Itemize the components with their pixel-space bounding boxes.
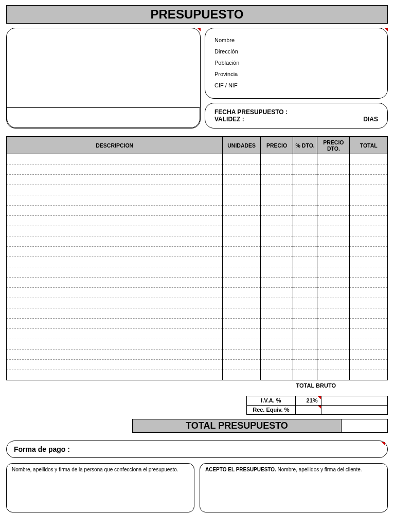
table-row[interactable] — [7, 247, 388, 257]
company-footer-field[interactable] — [7, 107, 200, 128]
table-cell[interactable] — [293, 267, 317, 278]
table-cell[interactable] — [223, 278, 261, 288]
table-cell[interactable] — [260, 185, 293, 195]
table-cell[interactable] — [260, 236, 293, 247]
table-cell[interactable] — [293, 360, 317, 370]
table-cell[interactable] — [7, 216, 223, 226]
table-cell[interactable] — [260, 164, 293, 175]
table-cell[interactable] — [293, 278, 317, 288]
table-cell[interactable] — [317, 164, 350, 175]
table-cell[interactable] — [317, 185, 350, 195]
table-cell[interactable] — [223, 288, 261, 298]
table-cell[interactable] — [223, 360, 261, 370]
table-cell[interactable] — [7, 154, 223, 164]
table-cell[interactable] — [317, 308, 350, 319]
table-cell[interactable] — [223, 164, 261, 175]
table-row[interactable] — [7, 206, 388, 216]
table-cell[interactable] — [260, 288, 293, 298]
table-cell[interactable] — [260, 370, 293, 380]
table-cell[interactable] — [7, 329, 223, 339]
table-cell[interactable] — [7, 319, 223, 329]
table-cell[interactable] — [223, 370, 261, 380]
table-cell[interactable] — [350, 226, 388, 236]
table-row[interactable] — [7, 350, 388, 360]
table-cell[interactable] — [317, 339, 350, 350]
table-cell[interactable] — [317, 236, 350, 247]
table-cell[interactable] — [350, 216, 388, 226]
table-row[interactable] — [7, 257, 388, 267]
table-cell[interactable] — [350, 370, 388, 380]
table-cell[interactable] — [223, 154, 261, 164]
table-cell[interactable] — [350, 360, 388, 370]
table-cell[interactable] — [293, 298, 317, 308]
table-cell[interactable] — [293, 206, 317, 216]
table-cell[interactable] — [350, 267, 388, 278]
table-cell[interactable] — [260, 339, 293, 350]
table-row[interactable] — [7, 154, 388, 164]
table-cell[interactable] — [260, 175, 293, 185]
table-cell[interactable] — [223, 319, 261, 329]
table-cell[interactable] — [350, 319, 388, 329]
table-cell[interactable] — [293, 288, 317, 298]
table-cell[interactable] — [350, 185, 388, 195]
table-row[interactable] — [7, 288, 388, 298]
table-cell[interactable] — [293, 164, 317, 175]
table-cell[interactable] — [317, 195, 350, 206]
table-cell[interactable] — [317, 329, 350, 339]
table-row[interactable] — [7, 278, 388, 288]
table-cell[interactable] — [7, 267, 223, 278]
table-cell[interactable] — [260, 257, 293, 267]
table-cell[interactable] — [317, 288, 350, 298]
table-cell[interactable] — [223, 350, 261, 360]
table-cell[interactable] — [7, 185, 223, 195]
table-cell[interactable] — [223, 185, 261, 195]
table-cell[interactable] — [223, 257, 261, 267]
table-cell[interactable] — [293, 350, 317, 360]
table-cell[interactable] — [293, 236, 317, 247]
table-row[interactable] — [7, 319, 388, 329]
table-cell[interactable] — [350, 350, 388, 360]
table-cell[interactable] — [293, 216, 317, 226]
table-cell[interactable] — [350, 195, 388, 206]
table-cell[interactable] — [223, 226, 261, 236]
table-cell[interactable] — [317, 257, 350, 267]
table-row[interactable] — [7, 236, 388, 247]
table-cell[interactable] — [350, 236, 388, 247]
table-cell[interactable] — [350, 329, 388, 339]
table-cell[interactable] — [223, 175, 261, 185]
table-row[interactable] — [7, 360, 388, 370]
table-cell[interactable] — [317, 247, 350, 257]
table-cell[interactable] — [260, 350, 293, 360]
table-cell[interactable] — [293, 329, 317, 339]
table-cell[interactable] — [223, 298, 261, 308]
table-row[interactable] — [7, 298, 388, 308]
table-cell[interactable] — [223, 329, 261, 339]
table-cell[interactable] — [7, 236, 223, 247]
table-cell[interactable] — [317, 267, 350, 278]
table-row[interactable] — [7, 267, 388, 278]
table-cell[interactable] — [260, 226, 293, 236]
table-cell[interactable] — [260, 216, 293, 226]
table-cell[interactable] — [317, 278, 350, 288]
table-cell[interactable] — [223, 236, 261, 247]
table-cell[interactable] — [293, 185, 317, 195]
table-cell[interactable] — [293, 370, 317, 380]
table-cell[interactable] — [223, 216, 261, 226]
table-cell[interactable] — [7, 350, 223, 360]
table-cell[interactable] — [260, 308, 293, 319]
table-cell[interactable] — [223, 247, 261, 257]
table-cell[interactable] — [260, 319, 293, 329]
table-row[interactable] — [7, 370, 388, 380]
table-cell[interactable] — [293, 247, 317, 257]
table-cell[interactable] — [260, 298, 293, 308]
table-cell[interactable] — [7, 195, 223, 206]
table-cell[interactable] — [293, 175, 317, 185]
table-cell[interactable] — [293, 319, 317, 329]
table-cell[interactable] — [317, 206, 350, 216]
table-cell[interactable] — [350, 308, 388, 319]
table-cell[interactable] — [7, 164, 223, 175]
table-cell[interactable] — [260, 267, 293, 278]
table-cell[interactable] — [7, 226, 223, 236]
table-cell[interactable] — [260, 154, 293, 164]
table-cell[interactable] — [293, 308, 317, 319]
